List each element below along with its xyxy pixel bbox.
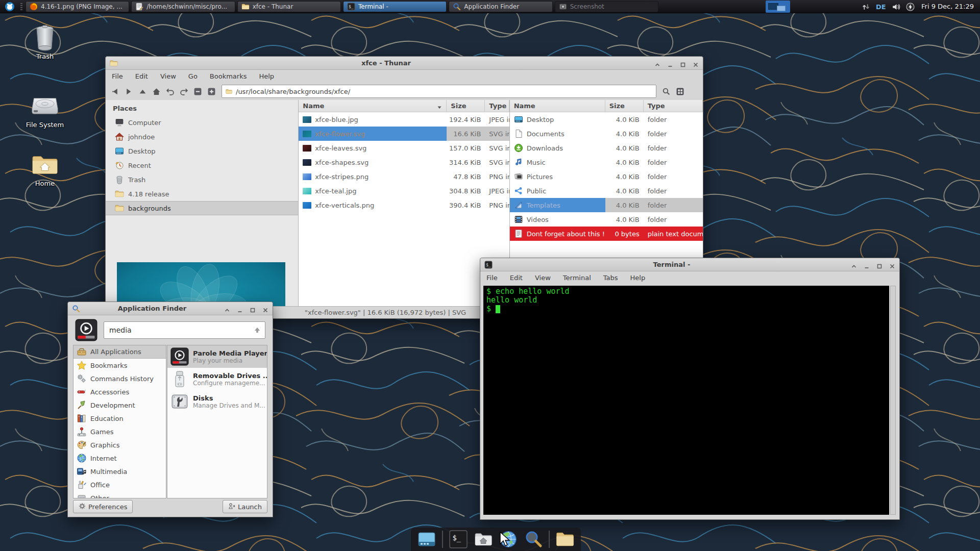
thunar-menu-go[interactable]: Go (188, 72, 198, 80)
toolbar-undo-button[interactable] (163, 85, 177, 98)
desktop-icon-home[interactable]: Home (15, 151, 75, 187)
category-all-applications[interactable]: All Applications (74, 345, 166, 359)
taskbar-item-2[interactable]: /home/schwinn/misc/pro... (131, 1, 235, 12)
terminal-menu-tabs[interactable]: Tabs (603, 274, 618, 282)
file-row[interactable]: Downloads4.0 KiBfolder (510, 141, 703, 155)
terminal-menu-view[interactable]: View (535, 274, 551, 282)
file-row[interactable]: Videos4.0 KiBfolder (510, 212, 703, 227)
dock-item-home-folder[interactable] (474, 530, 493, 549)
toolbar-back-button[interactable] (108, 85, 122, 98)
category-games[interactable]: Games (74, 425, 166, 438)
category-development[interactable]: Development (74, 398, 166, 412)
thunar-path-field[interactable]: /usr/local/share/backgrounds/xfce/ (222, 85, 656, 98)
network-arrows-icon[interactable] (862, 3, 870, 11)
applications-menu-button[interactable] (1, 1, 18, 13)
volume-icon[interactable] (892, 3, 900, 11)
file-row[interactable]: Documents4.0 KiBfolder (510, 127, 703, 141)
launch-button[interactable]: Launch (223, 500, 267, 513)
category-graphics[interactable]: Graphics (74, 438, 166, 452)
category-office[interactable]: Office (74, 478, 166, 491)
place-johndoe[interactable]: johndoe (106, 130, 298, 144)
dock-item-file-manager[interactable] (555, 530, 575, 549)
file-row[interactable]: Templates4.0 KiBfolder (510, 198, 703, 212)
thunar-shade-button[interactable] (654, 60, 660, 66)
result-parole-media-player[interactable]: Parole Media PlayerPlay your media (167, 345, 267, 368)
file-row[interactable]: Pictures4.0 KiBfolder (510, 169, 703, 184)
appfinder-minimize-button[interactable] (237, 306, 243, 312)
appfinder-maximize-button[interactable] (250, 306, 256, 312)
desktop-icon-filesystem[interactable]: File System (15, 92, 75, 129)
result-disks[interactable]: DisksManage Drives and M... (167, 390, 267, 413)
place-trash[interactable]: Trash (106, 172, 298, 187)
thunar-titlebar[interactable]: xfce - Thunar (106, 57, 703, 70)
terminal-content[interactable]: $ echo hello worldhello world$ (483, 286, 889, 515)
column-header-type[interactable]: Type (485, 100, 509, 112)
thunar-menu-help[interactable]: Help (259, 72, 274, 80)
taskbar-item-3[interactable]: xfce - Thunar (237, 1, 341, 12)
toolbar-redo-button[interactable] (177, 85, 191, 98)
panel-grip[interactable] (20, 3, 22, 10)
appfinder-close-button[interactable] (262, 306, 268, 312)
column-header-name[interactable]: Name (510, 100, 605, 112)
terminal-minimize-button[interactable] (864, 262, 870, 268)
category-other[interactable]: Other (74, 491, 166, 498)
terminal-scrollbar[interactable] (890, 286, 896, 515)
dock-item-show-desktop[interactable] (417, 530, 436, 549)
toolbar-zoom-out-button[interactable] (191, 85, 205, 98)
column-header-name[interactable]: Name (299, 100, 447, 112)
keyboard-layout-indicator[interactable]: DE (876, 3, 886, 11)
dock-item-application-finder[interactable] (524, 530, 543, 549)
category-internet[interactable]: Internet (74, 452, 166, 465)
dock-item-terminal[interactable]: $_ (449, 530, 468, 549)
category-accessories[interactable]: Accessories (74, 385, 166, 398)
taskbar-item-5[interactable]: Application Finder (449, 1, 552, 12)
place-4-18-release[interactable]: 4.18 release (106, 187, 298, 201)
column-header-size[interactable]: Size (447, 100, 485, 112)
thunar-menu-edit[interactable]: Edit (135, 72, 148, 80)
category-bookmarks[interactable]: Bookmarks (74, 359, 166, 372)
terminal-menu-file[interactable]: File (486, 274, 498, 282)
place-desktop[interactable]: Desktop (106, 144, 298, 158)
power-icon[interactable] (906, 3, 915, 11)
taskbar-item-6[interactable]: Screenshot (555, 1, 658, 12)
toolbar-zoom-in-button[interactable] (205, 85, 218, 98)
result-removable-drives-[interactable]: Removable Drives ...Configure manageme..… (167, 368, 267, 390)
appfinder-shade-button[interactable] (224, 306, 230, 312)
appfinder-titlebar[interactable]: Application Finder (68, 302, 273, 315)
column-header-size[interactable]: Size (605, 100, 644, 112)
column-header-type[interactable]: Type (644, 100, 703, 112)
terminal-menu-help[interactable]: Help (630, 274, 646, 282)
place-backgrounds[interactable]: backgrounds (106, 201, 298, 215)
preferences-button[interactable]: Preferences (73, 500, 133, 513)
file-row[interactable]: Public4.0 KiBfolder (510, 184, 703, 198)
file-row[interactable]: Dont forget about this !0 bytesplain tex… (510, 227, 703, 241)
terminal-shade-button[interactable] (851, 262, 857, 268)
workspace-pager[interactable] (766, 1, 790, 13)
terminal-maximize-button[interactable] (876, 262, 883, 268)
toolbar-search-button[interactable] (659, 85, 673, 98)
category-education[interactable]: Education (74, 412, 166, 425)
desktop-icon-trash[interactable]: Trash (15, 23, 75, 60)
file-row[interactable]: xfce-flower.svg16.6 KiBSVG image (299, 127, 509, 141)
thunar-maximize-button[interactable] (680, 60, 686, 66)
file-row[interactable]: xfce-verticals.png390.4 KiBPNG image (299, 198, 509, 212)
file-row[interactable]: Desktop4.0 KiBfolder (510, 112, 703, 127)
taskbar-item-4[interactable]: $_Terminal - (343, 1, 447, 12)
panel-clock[interactable]: Fri 9 Dec, 21:29 (921, 0, 974, 13)
file-row[interactable]: Music4.0 KiBfolder (510, 155, 703, 169)
thunar-menu-view[interactable]: View (160, 72, 176, 80)
toolbar-toggle-view-button[interactable] (673, 85, 687, 98)
collapse-arrow-icon[interactable] (253, 326, 261, 334)
place-recent[interactable]: Recent (106, 158, 298, 172)
toolbar-up-button[interactable] (136, 85, 150, 98)
file-row[interactable]: xfce-shapes.svg314.6 KiBSVG image (299, 155, 509, 169)
toolbar-home-button[interactable] (150, 85, 163, 98)
thunar-minimize-button[interactable] (667, 60, 673, 66)
taskbar-item-1[interactable]: 4.16-1.png (PNG Image, ... (26, 1, 129, 12)
file-row[interactable]: xfce-leaves.svg157.0 KiBSVG image (299, 141, 509, 155)
thunar-menu-file[interactable]: File (112, 72, 123, 80)
file-row[interactable]: xfce-blue.jpg192.4 KiBJPEG image (299, 112, 509, 127)
thunar-menu-bookmarks[interactable]: Bookmarks (210, 72, 247, 80)
terminal-menu-edit[interactable]: Edit (510, 274, 523, 282)
toolbar-forward-button[interactable] (122, 85, 136, 98)
